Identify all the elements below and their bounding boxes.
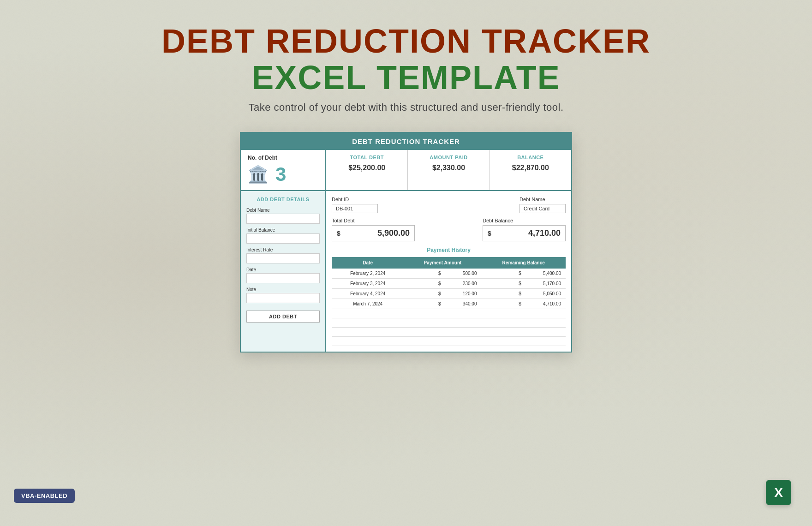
payment-history-title: Payment History bbox=[332, 247, 566, 253]
col-header-balance: Remaining Balance bbox=[481, 257, 566, 269]
title-line1: DEBT REDUCTION TRACKER bbox=[161, 23, 651, 60]
debt-count-label: No. of Debt bbox=[248, 155, 277, 161]
balance-cell: BALANCE $22,870.00 bbox=[490, 150, 571, 190]
debt-balance-display: $ 4,710.00 bbox=[483, 225, 566, 241]
excel-letter: X bbox=[774, 485, 783, 500]
row-balance: $ 5,400.00 bbox=[481, 269, 566, 279]
field-input-initial-balance[interactable] bbox=[246, 233, 320, 244]
debt-count-content: 🏛️ 3 bbox=[248, 163, 286, 185]
row-payment: $ 500.00 bbox=[404, 269, 481, 279]
debt-balance-amount: 4,710.00 bbox=[528, 228, 561, 238]
row-payment: $ 340.00 bbox=[404, 299, 481, 309]
debt-info-row: Debt ID DB-001 Debt Name Credit Card bbox=[332, 197, 566, 213]
summary-metrics: TOTAL DEBT $25,200.00 AMOUNT PAID $2,330… bbox=[326, 150, 571, 190]
field-label-debt-name: Debt Name bbox=[246, 208, 320, 213]
debt-name-group: Debt Name Credit Card bbox=[519, 197, 566, 213]
debt-id-label: Debt ID bbox=[332, 197, 378, 202]
amount-paid-cell: AMOUNT PAID $2,330.00 bbox=[408, 150, 490, 190]
debt-balance-group: Debt Balance $ 4,710.00 bbox=[483, 218, 566, 241]
amount-paid-label: AMOUNT PAID bbox=[412, 155, 484, 160]
vba-badge: VBA-ENABLED bbox=[14, 489, 75, 503]
field-label-note: Note bbox=[246, 287, 320, 292]
row-date: February 4, 2024 bbox=[332, 289, 404, 299]
title-line2: EXCEL TEMPLATE bbox=[161, 60, 651, 96]
total-debt-group: Total Debt $ 5,900.00 bbox=[332, 218, 415, 241]
row-payment: $ 120.00 bbox=[404, 289, 481, 299]
summary-row: No. of Debt 🏛️ 3 TOTAL DEBT $25,200.00 A… bbox=[241, 150, 571, 191]
page-container: DEBT REDUCTION TRACKER EXCEL TEMPLATE Ta… bbox=[0, 0, 812, 526]
debt-count-cell: No. of Debt 🏛️ 3 bbox=[241, 150, 326, 190]
table-row: February 3, 2024 $ 230.00 $ 5,170.00 bbox=[332, 279, 566, 289]
main-content: ADD DEBT DETAILS Debt Name Initial Balan… bbox=[241, 191, 571, 352]
table-row: February 4, 2024 $ 120.00 $ 5,050.00 bbox=[332, 289, 566, 299]
debt-balance-currency: $ bbox=[488, 230, 491, 237]
empty-row bbox=[332, 318, 566, 328]
debt-id-group: Debt ID DB-001 bbox=[332, 197, 378, 213]
total-debt-label: TOTAL DEBT bbox=[331, 155, 403, 160]
field-input-note[interactable] bbox=[246, 293, 320, 303]
table-row: February 2, 2024 $ 500.00 $ 5,400.00 bbox=[332, 269, 566, 279]
coin-icon: 🏛️ bbox=[248, 165, 269, 184]
empty-row bbox=[332, 328, 566, 337]
add-debt-title: ADD DEBT DETAILS bbox=[246, 197, 320, 202]
debt-id-value: DB-001 bbox=[332, 204, 378, 213]
total-debt-amount-label: Total Debt bbox=[332, 218, 415, 223]
field-input-debt-name[interactable] bbox=[246, 214, 320, 224]
row-payment: $ 230.00 bbox=[404, 279, 481, 289]
col-header-payment: Payment Amount bbox=[404, 257, 481, 269]
debt-count-number: 3 bbox=[275, 163, 286, 185]
row-date: February 3, 2024 bbox=[332, 279, 404, 289]
total-debt-value: $25,200.00 bbox=[331, 164, 403, 172]
row-balance: $ 5,050.00 bbox=[481, 289, 566, 299]
field-group-initial-balance: Initial Balance bbox=[246, 227, 320, 244]
empty-row bbox=[332, 337, 566, 346]
header-section: DEBT REDUCTION TRACKER EXCEL TEMPLATE Ta… bbox=[161, 23, 651, 114]
debt-name-label: Debt Name bbox=[519, 197, 566, 202]
field-label-initial-balance: Initial Balance bbox=[246, 227, 320, 233]
field-input-date[interactable] bbox=[246, 273, 320, 283]
balance-value: $22,870.00 bbox=[495, 164, 567, 172]
field-input-interest-rate[interactable] bbox=[246, 253, 320, 263]
field-group-note: Note bbox=[246, 287, 320, 303]
field-label-date: Date bbox=[246, 267, 320, 272]
amount-row: Total Debt $ 5,900.00 Debt Balance $ 4,7… bbox=[332, 218, 566, 241]
row-balance: $ 5,170.00 bbox=[481, 279, 566, 289]
field-group-interest-rate: Interest Rate bbox=[246, 247, 320, 263]
total-debt-currency: $ bbox=[337, 230, 340, 237]
balance-label: BALANCE bbox=[495, 155, 567, 160]
field-group-date: Date bbox=[246, 267, 320, 283]
field-group-debt-name: Debt Name bbox=[246, 208, 320, 224]
table-header-row: Date Payment Amount Remaining Balance bbox=[332, 257, 566, 269]
field-label-interest-rate: Interest Rate bbox=[246, 247, 320, 252]
row-date: March 7, 2024 bbox=[332, 299, 404, 309]
total-debt-amount: 5,900.00 bbox=[377, 228, 410, 238]
debt-balance-label: Debt Balance bbox=[483, 218, 566, 223]
payment-table: Date Payment Amount Remaining Balance Fe… bbox=[332, 257, 566, 346]
subtitle: Take control of your debt with this stru… bbox=[161, 102, 651, 114]
total-debt-cell: TOTAL DEBT $25,200.00 bbox=[326, 150, 408, 190]
debt-name-value: Credit Card bbox=[519, 204, 566, 213]
table-row: March 7, 2024 $ 340.00 $ 4,710.00 bbox=[332, 299, 566, 309]
total-debt-display: $ 5,900.00 bbox=[332, 225, 415, 241]
row-date: February 2, 2024 bbox=[332, 269, 404, 279]
col-header-date: Date bbox=[332, 257, 404, 269]
add-debt-button[interactable]: ADD DEBT bbox=[246, 311, 320, 323]
right-panel: Debt ID DB-001 Debt Name Credit Card Tot… bbox=[326, 191, 571, 352]
excel-icon: X bbox=[766, 480, 791, 505]
amount-paid-value: $2,330.00 bbox=[412, 164, 484, 172]
spreadsheet-wrapper: DEBT REDUCTION TRACKER No. of Debt 🏛️ 3 … bbox=[240, 132, 572, 353]
empty-row bbox=[332, 309, 566, 318]
tracker-header: DEBT REDUCTION TRACKER bbox=[241, 133, 571, 150]
row-balance: $ 4,710.00 bbox=[481, 299, 566, 309]
left-panel: ADD DEBT DETAILS Debt Name Initial Balan… bbox=[241, 191, 326, 352]
